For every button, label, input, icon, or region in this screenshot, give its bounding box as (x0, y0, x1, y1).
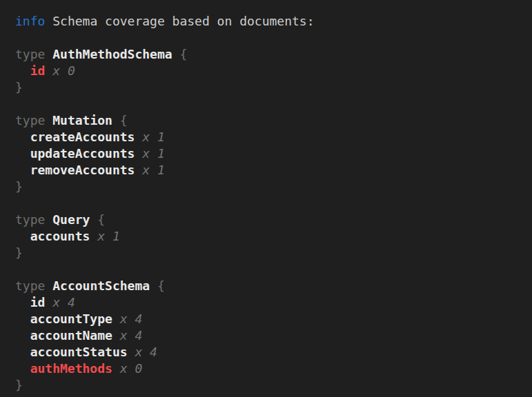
field-row: id x 0 (15, 63, 532, 79)
type-block-authmethodschema: type AuthMethodSchema { id x 0 } (15, 46, 532, 96)
close-brace: } (15, 179, 23, 194)
close-brace: } (15, 245, 23, 260)
open-brace: { (120, 113, 128, 128)
open-brace: { (97, 212, 105, 227)
type-name: AccountSchema (52, 278, 150, 293)
type-footer: } (15, 245, 532, 261)
field-name: accounts (30, 229, 90, 243)
field-row: createAccounts x 1 (15, 129, 532, 145)
type-name: AuthMethodSchema (52, 47, 172, 61)
info-badge: info (15, 14, 45, 28)
field-row: accountName x 4 (15, 327, 532, 344)
type-keyword: type (15, 212, 45, 227)
type-header: type Query { (15, 212, 532, 228)
field-row: accountStatus x 4 (15, 344, 532, 360)
field-name: removeAccounts (30, 163, 135, 177)
type-header: type AuthMethodSchema { (15, 46, 532, 63)
field-name: accountName (30, 328, 112, 343)
type-block-query: type Query { accounts x 1 } (15, 212, 532, 261)
field-count: x 0 (52, 63, 75, 78)
field-count: x 0 (120, 361, 143, 376)
type-header: type AccountSchema { (15, 278, 532, 294)
open-brace: { (179, 47, 187, 61)
field-name: accountStatus (30, 345, 128, 359)
type-block-mutation: type Mutation { createAccounts x 1 updat… (15, 112, 532, 195)
type-keyword: type (15, 278, 45, 293)
field-count: x 1 (142, 163, 165, 177)
field-count: x 1 (142, 146, 165, 161)
field-name: authMethods (30, 361, 112, 376)
field-count: x 4 (120, 328, 143, 343)
field-row: accountType x 4 (15, 311, 532, 327)
field-count: x 1 (142, 130, 165, 144)
type-footer: } (15, 79, 532, 96)
field-count: x 4 (135, 345, 157, 359)
info-message: Schema coverage based on documents: (52, 14, 314, 28)
type-keyword: type (15, 113, 45, 128)
field-row: id x 4 (15, 294, 532, 311)
field-name: createAccounts (30, 130, 135, 144)
open-brace: { (157, 278, 165, 293)
field-name: accountType (30, 312, 112, 326)
type-name: Query (52, 212, 90, 227)
field-row: authMethods x 0 (15, 360, 532, 377)
info-line: info Schema coverage based on documents: (15, 13, 532, 30)
field-name: id (30, 295, 46, 309)
field-row: removeAccounts x 1 (15, 162, 532, 179)
type-block-accountschema: type AccountSchema { id x 4 accountType … (15, 278, 532, 394)
field-row: updateAccounts x 1 (15, 145, 532, 162)
type-header: type Mutation { (15, 112, 532, 129)
type-footer: } (15, 377, 532, 394)
field-row: accounts x 1 (15, 228, 532, 245)
field-name: id (30, 63, 46, 78)
field-count: x 4 (52, 295, 75, 309)
field-count: x 4 (120, 312, 143, 326)
type-keyword: type (15, 47, 45, 61)
close-brace: } (15, 80, 23, 94)
terminal-output: { "info": { "label": "info", "message": … (0, 0, 532, 397)
close-brace: } (15, 378, 23, 392)
type-footer: } (15, 179, 532, 195)
type-name: Mutation (52, 113, 112, 128)
field-name: updateAccounts (30, 146, 135, 161)
field-count: x 1 (97, 229, 120, 243)
